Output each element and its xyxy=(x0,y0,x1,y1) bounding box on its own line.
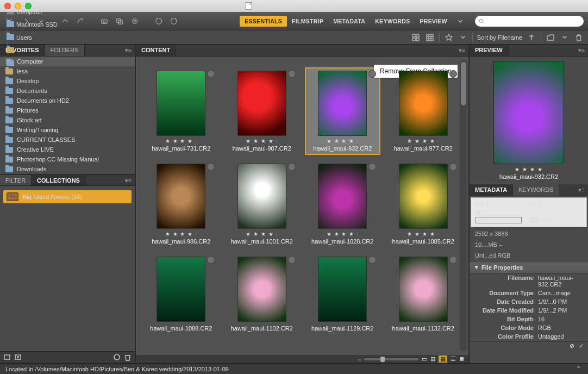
tab-metadata[interactable]: METADATA xyxy=(470,184,513,196)
tab-folders[interactable]: FOLDERS xyxy=(45,45,85,56)
rating-stars[interactable]: ★ ★ ★ ★ · xyxy=(407,138,439,144)
apply-metadata-icon[interactable]: ✓ xyxy=(579,342,584,350)
thumbnail-size-slider[interactable] xyxy=(364,358,418,360)
thumbnail-item[interactable]: ★ ★ ★ ★ ·hawaii_maui-1028.CR2 xyxy=(305,160,380,248)
thumb-size-large-icon[interactable]: ▭ xyxy=(422,356,427,363)
tab-keywords[interactable]: KEYWORDS xyxy=(513,184,559,196)
workspace-keywords[interactable]: KEYWORDS xyxy=(370,16,415,27)
tab-filter[interactable]: FILTER xyxy=(0,175,32,185)
view-list-icon[interactable]: ≣ xyxy=(459,356,464,363)
content-scrollbar[interactable] xyxy=(460,60,467,351)
thumbnail-quality-icon[interactable] xyxy=(411,33,421,42)
workspace-menu-dropdown[interactable] xyxy=(454,17,466,25)
workspace-metadata[interactable]: METADATA xyxy=(328,16,370,27)
cancel-metadata-icon[interactable]: ⊘ xyxy=(570,342,574,350)
property-value: Cam...mage xyxy=(534,290,583,296)
edit-collection-icon[interactable] xyxy=(113,353,121,362)
panel-menu-icon[interactable]: ▾≡ xyxy=(575,45,588,56)
rotate-ccw-button[interactable] xyxy=(152,15,165,27)
main-toolbar: ESSENTIALSFILMSTRIPMETADATAKEYWORDSPREVI… xyxy=(0,12,588,30)
rating-stars[interactable]: ★ ★ ★ ★ · xyxy=(165,231,197,237)
preview-rating[interactable]: ★ ★ ★ ★ xyxy=(474,166,584,172)
close-window-button[interactable] xyxy=(4,3,11,9)
thumbnail-item[interactable]: ★ ★ ★ ★ ·hawaii_maui-731.CR2 xyxy=(143,67,219,155)
tab-content[interactable]: CONTENT xyxy=(136,45,176,56)
thumbnail-item[interactable]: ★ ★ ★ ★ ·hawaii_maui-907.CR2 xyxy=(224,67,300,155)
tab-collections[interactable]: COLLECTIONS xyxy=(32,175,86,185)
panel-menu-icon[interactable]: ▾≡ xyxy=(122,45,135,56)
favorites-item[interactable]: Documents on HD2 xyxy=(0,96,135,105)
iso-label: ISO xyxy=(529,217,540,223)
view-details-icon[interactable]: ☰ xyxy=(451,356,456,363)
workspace-filmstrip[interactable]: FILMSTRIP xyxy=(287,16,328,27)
filter-dropdown[interactable] xyxy=(458,33,468,42)
rating-stars[interactable]: ★ ★ ★ ★ · xyxy=(246,231,278,237)
search-box[interactable] xyxy=(475,16,584,27)
thumbnail-item[interactable]: hawaii_maui-1129.CR2 xyxy=(305,253,380,335)
boomerang-button[interactable] xyxy=(74,15,87,27)
collection-label: Big Island flowers (14) xyxy=(23,194,82,200)
sort-direction-icon[interactable] xyxy=(527,33,536,42)
file-properties-header[interactable]: ▾File Properties xyxy=(470,261,588,273)
sort-label[interactable]: Sort by Filename xyxy=(477,34,522,41)
rating-stars[interactable]: ★ ★ ★ ★ · xyxy=(165,138,197,144)
favorites-item[interactable]: Computer xyxy=(0,57,135,66)
view-grid-icon[interactable]: ▦ xyxy=(439,356,447,363)
filter-star-icon[interactable] xyxy=(444,33,454,42)
rating-stars[interactable]: ★ ★ ★ ★ · xyxy=(327,138,359,144)
iso-value: 100 xyxy=(541,217,551,223)
new-collection-icon[interactable] xyxy=(3,353,11,362)
thumbnail-item[interactable]: ★ ★ ★ ★ ·hawaii_maui-1001.CR2 xyxy=(224,160,300,248)
scrollbar-thumb[interactable] xyxy=(461,62,466,105)
favorites-item[interactable]: Downloads xyxy=(0,164,135,174)
refine-button[interactable] xyxy=(113,15,126,27)
favorites-item[interactable]: Desktop xyxy=(0,76,135,86)
new-folder-icon[interactable] xyxy=(546,33,555,42)
favorites-item[interactable]: Pictures xyxy=(0,105,135,115)
favorites-item[interactable]: Photoshop CC Missing Manual xyxy=(0,154,135,164)
property-key: Color Profile xyxy=(475,333,534,340)
panel-menu-icon[interactable]: ▾≡ xyxy=(575,184,588,196)
open-recent-icon[interactable] xyxy=(560,33,570,42)
rotate-cw-button[interactable] xyxy=(167,15,180,27)
panel-menu-icon[interactable]: ▾≡ xyxy=(122,175,135,185)
breadcrumb-item[interactable]: Users xyxy=(4,34,65,41)
thumb-size-small-icon[interactable]: ▫ xyxy=(359,356,361,363)
grid-view-icon[interactable] xyxy=(425,33,435,42)
favorites-item[interactable]: Documents xyxy=(0,86,135,96)
thumbnail-item[interactable]: hawaii_maui-1132.CR2 xyxy=(386,253,461,335)
favorites-item[interactable]: CURRENT CLASSES xyxy=(0,135,135,145)
open-in-camera-raw-button[interactable] xyxy=(128,15,141,27)
favorites-item[interactable]: Writing/Training xyxy=(0,125,135,135)
thumbnail-item[interactable]: ★ ★ ★ ★ ·hawaii_maui-932.CR2 xyxy=(305,67,380,155)
favorites-item[interactable]: Creative LIVE xyxy=(0,145,135,154)
thumbnail-item[interactable]: ★ ★ ★ ★ ·hawaii_maui-986.CR2 xyxy=(143,160,219,248)
thumbnail-item[interactable]: ★ ★ ★ ★ ·hawaii_maui-977.CR2 xyxy=(386,67,461,155)
forward-button[interactable] xyxy=(20,15,33,27)
camera-download-icon[interactable] xyxy=(98,15,111,27)
workspace-essentials[interactable]: ESSENTIALS xyxy=(240,16,287,27)
tab-preview[interactable]: PREVIEW xyxy=(470,45,509,56)
rating-stars[interactable]: ★ ★ ★ ★ · xyxy=(407,231,439,237)
favorites-item[interactable]: iStock art xyxy=(0,115,135,125)
rating-stars[interactable]: ★ ★ ★ ★ · xyxy=(327,231,359,237)
panel-menu-icon[interactable]: ▾≡ xyxy=(455,45,468,56)
zoom-window-button[interactable] xyxy=(25,3,32,9)
grid-lock-icon[interactable]: ⊞ xyxy=(430,356,435,363)
status-chevron-icon[interactable]: ⌃ xyxy=(574,365,583,373)
thumbnail-item[interactable]: hawaii_maui-1102.CR2 xyxy=(224,253,300,335)
new-smart-collection-icon[interactable] xyxy=(14,353,22,362)
favorites-item[interactable]: lesa xyxy=(0,66,135,76)
reveal-button[interactable] xyxy=(59,15,72,27)
workspace-preview[interactable]: PREVIEW xyxy=(415,16,452,27)
delete-collection-icon[interactable] xyxy=(124,353,132,362)
thumbnail-item[interactable]: hawaii_maui-1088.CR2 xyxy=(143,253,219,335)
trash-icon[interactable] xyxy=(574,33,584,42)
rating-stars[interactable]: ★ ★ ★ ★ · xyxy=(246,138,278,144)
minimize-window-button[interactable] xyxy=(15,3,21,9)
thumbnail-item[interactable]: ★ ★ ★ ★ ·hawaii_maui-1085.CR2 xyxy=(386,160,461,248)
search-input[interactable] xyxy=(485,18,580,24)
collection-item[interactable]: Big Island flowers (14) xyxy=(3,190,132,203)
recent-dropdown[interactable] xyxy=(35,15,48,27)
folder-icon xyxy=(5,147,13,153)
